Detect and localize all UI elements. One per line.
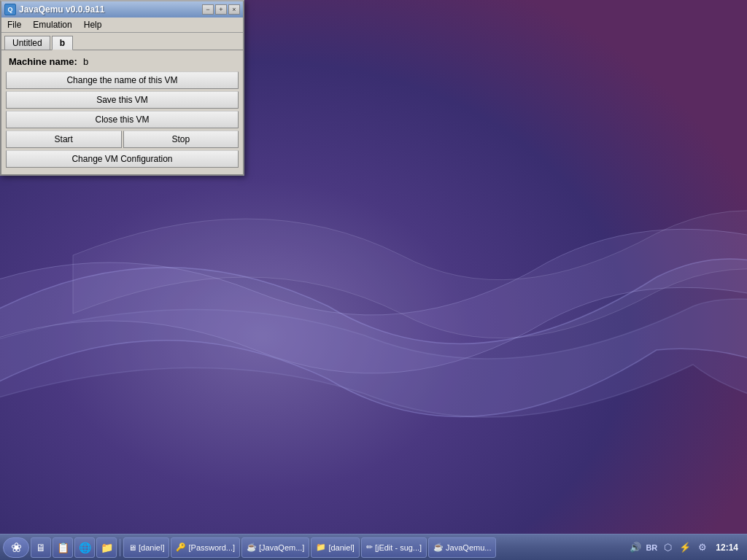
taskbar-jedit-label: [jEdit - sug...] [375, 543, 422, 552]
titlebar-left: Q JavaQemu v0.0.9a11 [4, 4, 104, 15]
window-title: JavaQemu v0.0.9a11 [19, 4, 104, 15]
window-titlebar: Q JavaQemu v0.0.9a11 − + × [1, 1, 243, 18]
menu-emulation[interactable]: Emulation [28, 19, 76, 31]
tab-untitled[interactable]: Untitled [4, 36, 50, 50]
app-icon-label: Q [7, 6, 12, 13]
taskbar: ❀ 🖥 📋 🌐 📁 🖥 [daniel] 🔑 [Password...] ☕ [… [0, 534, 747, 560]
taskbar-daniel-1[interactable]: 🖥 [daniel] [123, 537, 169, 558]
start-button[interactable]: ❀ [3, 537, 29, 558]
taskbar-password-label: [Password...] [188, 543, 235, 552]
tray-flag-icon[interactable]: BR [646, 543, 657, 552]
tray-speaker-icon[interactable]: 🔊 [628, 540, 643, 555]
taskbar-javaqemu-label: [JavaQem...] [259, 543, 304, 552]
tray-time: 12:14 [713, 542, 741, 553]
machine-name-row: Machine name: b [6, 55, 239, 69]
taskbar-icon-3[interactable]: 🌐 [74, 537, 95, 558]
taskbar-icon-2[interactable]: 📋 [53, 537, 73, 558]
menu-file[interactable]: File [3, 19, 26, 31]
taskbar-btn-icon: 🖥 [128, 543, 136, 552]
window-controls: − + × [202, 4, 240, 15]
taskbar-javaqemu-1[interactable]: ☕ [JavaQem...] [241, 537, 309, 558]
machine-name-value: b [83, 56, 88, 67]
menubar: File Emulation Help [1, 18, 243, 33]
taskbar-icon-4[interactable]: 📁 [96, 537, 117, 558]
taskbar-jedit-icon: ✏ [366, 542, 373, 552]
taskbar-password-icon: 🔑 [176, 542, 186, 552]
maximize-button[interactable]: + [215, 4, 227, 15]
taskbar-daniel-2[interactable]: 📁 [daniel] [311, 537, 359, 558]
taskbar-daniel2-label: [daniel] [328, 543, 354, 552]
start-stop-row: Start Stop [6, 131, 239, 148]
taskbar-icon-1[interactable]: 🖥 [31, 537, 51, 558]
close-button[interactable]: × [228, 4, 240, 15]
minimize-button[interactable]: − [202, 4, 214, 15]
change-name-button[interactable]: Change the name of this VM [6, 71, 239, 89]
app-icon: Q [4, 4, 16, 15]
tabs-bar: Untitled b [1, 33, 243, 50]
javaqemu-window: Q JavaQemu v0.0.9a11 − + × File Emulatio… [0, 0, 244, 176]
taskbar-javaqemu-2[interactable]: ☕ JavaQemu... [428, 537, 496, 558]
taskbar-javaqemu2-label: JavaQemu... [446, 543, 491, 552]
menu-help[interactable]: Help [80, 19, 107, 31]
taskbar-javaqemu-icon: ☕ [247, 542, 257, 552]
close-vm-button[interactable]: Close this VM [6, 111, 239, 128]
taskbar-btn-label: [daniel] [139, 543, 164, 552]
taskbar-daniel2-icon: 📁 [316, 542, 326, 552]
tab-b[interactable]: b [52, 36, 73, 50]
change-config-button[interactable]: Change VM Configuration [6, 150, 239, 168]
start-icon: ❀ [11, 540, 22, 556]
tray-misc-icon[interactable]: ⚙ [695, 540, 710, 555]
taskbar-jedit[interactable]: ✏ [jEdit - sug...] [361, 537, 427, 558]
machine-name-label: Machine name: [9, 56, 77, 67]
taskbar-password[interactable]: 🔑 [Password...] [171, 537, 240, 558]
window-body: Machine name: b Change the name of this … [1, 50, 243, 174]
save-vm-button[interactable]: Save this VM [6, 91, 239, 109]
tray-network-icon[interactable]: ⬡ [660, 540, 675, 555]
taskbar-separator-1 [120, 539, 120, 556]
stop-button[interactable]: Stop [123, 131, 239, 148]
tray-battery-icon[interactable]: ⚡ [678, 540, 692, 555]
start-button[interactable]: Start [6, 131, 122, 148]
system-tray: 🔊 BR ⬡ ⚡ ⚙ 12:14 [625, 540, 744, 555]
taskbar-javaqemu2-icon: ☕ [433, 542, 444, 552]
